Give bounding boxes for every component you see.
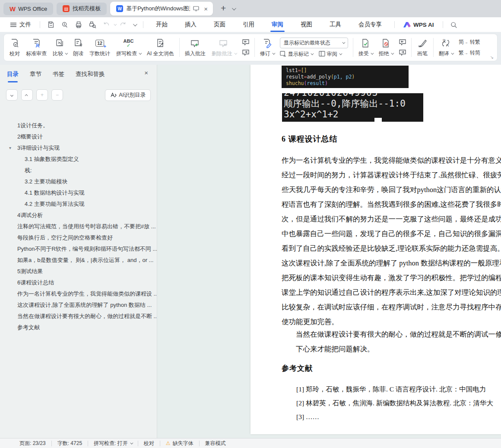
outline-item[interactable]: 6课程设计总结 xyxy=(0,277,157,288)
proofread-button[interactable]: 校对 xyxy=(6,35,23,60)
sidebar-tab-bookmark[interactable]: 书签 xyxy=(53,70,64,82)
collapse-all-button[interactable] xyxy=(21,89,33,101)
outline-item[interactable]: 4.2 主要功能与算法实现 xyxy=(0,199,157,210)
standard-review-icon xyxy=(31,38,41,49)
spell-check-icon: ABC✓ xyxy=(124,38,134,49)
delete-comment-button[interactable]: 删除批注 xyxy=(209,35,239,60)
next-comment-icon[interactable] xyxy=(241,49,250,57)
spell-check-button[interactable]: ABC✓ 拼写检查 xyxy=(113,35,144,60)
proofing-group: 校对 标准审查 比较 朗读 12+ 字数统计 xyxy=(6,36,177,59)
outline-item[interactable]: 2概要设计 xyxy=(0,131,157,142)
menu-tab-insert[interactable]: 插入 xyxy=(177,17,205,32)
next-change-icon[interactable] xyxy=(398,49,407,57)
tab-document-active[interactable]: W 基于Python的Windows图形 × xyxy=(110,2,213,16)
outline-item-label: 1设计任务。 xyxy=(17,122,48,129)
outline-item[interactable]: 注释的写法规范，当使用括号时容易出错，不要把#放 ... xyxy=(0,221,157,232)
outline-item[interactable]: 栈: xyxy=(0,165,157,176)
menu-tab-tools[interactable]: 工具 xyxy=(321,17,349,32)
outline-item[interactable]: 如果a，b是数值变量， 则&，|表示位运算， and，or ... xyxy=(0,255,157,266)
translate-button[interactable]: 文A 翻译 xyxy=(436,35,456,60)
outline-item[interactable]: 参考文献 xyxy=(0,322,157,333)
track-changes-button[interactable]: 修订 xyxy=(257,35,277,60)
outline-item[interactable]: 4.1 数据结构设计与实现 xyxy=(0,187,157,199)
redo-button[interactable] xyxy=(117,19,130,30)
to-traditional-button[interactable]: 简→ 转繁 xyxy=(459,38,480,46)
outline-item-label: 注释的写法规范，当使用括号时容易出错，不要把#放 ... xyxy=(17,223,156,230)
compare-button[interactable]: 比较 xyxy=(50,35,70,60)
outline-item[interactable]: 1设计任务。 xyxy=(0,120,157,131)
print-preview-button[interactable] xyxy=(86,19,99,30)
collapse-ribbon-icon[interactable]: ↘ xyxy=(490,55,494,60)
menu-tab-page[interactable]: 页面 xyxy=(206,17,234,32)
code-output-digits: 2471020102049903 xyxy=(284,93,422,98)
show-markup-button[interactable]: 显示标记 xyxy=(280,50,313,58)
collapse-caret-icon[interactable]: ▾ xyxy=(9,142,11,154)
close-sidebar-icon[interactable]: × xyxy=(144,69,148,76)
missing-font-warning[interactable]: ⚠ 缺失字体 xyxy=(166,440,193,447)
tab-template[interactable]: ▤ 找稻壳模板 xyxy=(57,3,107,15)
file-menu-button[interactable]: 文件 xyxy=(6,21,35,28)
sidebar-tab-chapter[interactable]: 章节 xyxy=(30,70,41,82)
reject-button[interactable]: 拒绝 xyxy=(376,35,396,60)
word-count-indicator[interactable]: 字数: 4725 xyxy=(57,440,82,447)
outline-item[interactable]: 作为一名计算机专业的学生，我觉得能做类似的课程设 ... xyxy=(0,288,157,300)
zoom-out-outline-button[interactable]: − xyxy=(51,89,63,101)
spell-check-toggle[interactable]: 拼写检查: 打开 xyxy=(94,440,132,447)
save-button[interactable] xyxy=(44,19,57,30)
standard-review-button[interactable]: 标准审查 xyxy=(23,35,50,60)
review-pane-button[interactable]: 审阅 xyxy=(319,50,341,58)
zoom-in-outline-button[interactable]: + xyxy=(36,89,48,101)
outline-item-label: 4.2 主要功能与算法实现 xyxy=(25,201,85,207)
close-tab-icon[interactable]: × xyxy=(202,5,209,13)
pen-button[interactable]: 画笔 xyxy=(414,35,431,60)
menu-tab-cite[interactable]: 引用 xyxy=(235,17,263,32)
accept-button[interactable]: 接受 xyxy=(355,35,376,60)
search-icon[interactable] xyxy=(447,19,460,30)
read-aloud-button[interactable]: 朗读 xyxy=(70,35,86,60)
new-tab-button[interactable]: + xyxy=(216,3,228,15)
to-simplified-button[interactable]: 繁→ 转简 xyxy=(459,49,480,57)
menu-tab-review[interactable]: 审阅 xyxy=(263,17,292,32)
compat-mode-indicator[interactable]: 兼容模式 xyxy=(205,440,226,447)
selection-handle[interactable] xyxy=(374,118,382,122)
ai-polish-icon xyxy=(155,38,165,49)
outline-item-label: 6课程设计总结 xyxy=(17,279,54,286)
ai-recognize-toc-button[interactable]: AI识别目录 xyxy=(105,89,151,101)
markup-controls: 显示标记的最终状态 显示标记 审阅 xyxy=(277,38,351,58)
outline-item[interactable]: Python不同于R软件，编号规则和循环语句写法都不同 ... xyxy=(0,243,157,255)
undo-button[interactable] xyxy=(100,19,113,30)
sidebar-tab-find-replace[interactable]: 查找和替换 xyxy=(76,70,105,82)
outline-item[interactable]: 这次课程设计,除了全面系统的理解了 python 数据结 ... xyxy=(0,300,157,311)
outline-item[interactable]: 3.1 抽象数据类型定义 xyxy=(0,154,157,165)
outline-item[interactable]: 每段换行后，空行之间的空格要检查好 xyxy=(0,232,157,243)
word-count-button[interactable]: 12+ 字数统计 xyxy=(86,35,113,60)
sidebar-tab-toc[interactable]: 目录 xyxy=(7,70,19,82)
previous-comment-icon[interactable] xyxy=(241,38,250,46)
menu-tab-start[interactable]: 开始 xyxy=(148,17,176,32)
wps-ai-button[interactable]: WPS AI xyxy=(399,22,438,28)
outline-item[interactable]: ▾3详细设计与实现 xyxy=(0,142,157,154)
tab-list-chevron-icon[interactable] xyxy=(232,6,236,10)
outline-item[interactable]: 当然在做课程设计要有很大的耐心，做的过程就是不断 ... xyxy=(0,311,157,322)
insert-comment-button[interactable]: 插入批注 xyxy=(182,35,209,60)
expand-all-button[interactable] xyxy=(6,89,18,101)
document-page[interactable]: lst1=[]result=add_poly(p1, p2)shuchu(res… xyxy=(250,65,501,434)
quick-access-chevron-icon[interactable] xyxy=(133,22,137,26)
outline-item[interactable]: 3.2 主要功能模块 xyxy=(0,176,157,187)
outline-item[interactable]: 4调试分析 xyxy=(0,210,157,221)
markup-state-dropdown[interactable]: 显示标记的最终状态 xyxy=(280,38,348,48)
menu-tab-member[interactable]: 会员专享 xyxy=(350,17,390,32)
monitor-icon[interactable] xyxy=(193,6,199,11)
code-block-2: 2471020102049903 顺序输出--0,降序输出--1:03x^2+x… xyxy=(282,93,423,122)
previous-change-icon[interactable] xyxy=(398,38,407,46)
convert-buttons: 简→ 转繁 繁→ 转简 xyxy=(456,38,483,57)
outline-item[interactable]: 5测试结果 xyxy=(0,266,157,277)
print-button[interactable] xyxy=(72,19,85,30)
tab-wps-office[interactable]: W WPS Office xyxy=(3,3,53,15)
proofread-status[interactable]: 校对 xyxy=(144,440,154,447)
page-indicator[interactable]: 页面: 23/23 xyxy=(19,440,46,447)
code-line: lst1=[] xyxy=(286,67,404,74)
ai-polish-button[interactable]: AI 全文润色 xyxy=(144,35,177,60)
export-pdf-button[interactable] xyxy=(58,19,71,30)
menu-tab-view[interactable]: 视图 xyxy=(292,17,320,32)
